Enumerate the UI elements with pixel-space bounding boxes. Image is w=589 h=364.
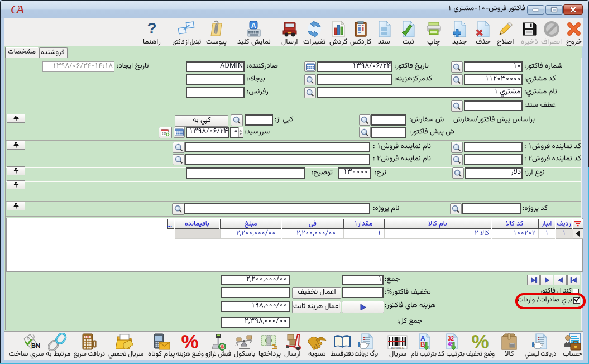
svg-text:BN: BN [31, 342, 40, 349]
svg-text:?: ? [147, 20, 156, 37]
svg-text:%: % [471, 332, 489, 352]
svg-text:%: % [181, 332, 198, 352]
svg-text:A: A [251, 22, 256, 30]
svg-text:4822 3284 84: 4822 3284 84 [391, 347, 405, 349]
